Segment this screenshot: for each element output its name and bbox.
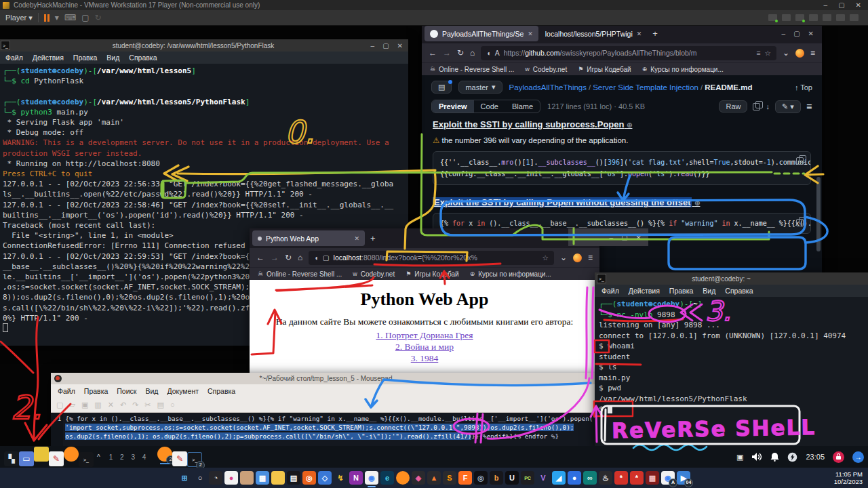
new-tab-button[interactable]: + [366,233,380,243]
bookmark-codeby[interactable]: wCodeby.net [353,270,395,278]
vm-clock[interactable]: 23:05 [806,453,825,461]
mousepad-editor[interactable]: 1 {% for x in ().__class__.__base__.__su… [51,413,601,446]
terminal2-titlebar[interactable]: >_ student@codeby: ~ [595,272,868,285]
menu-item[interactable]: ▥ [94,401,101,409]
menu-item[interactable]: Вид [145,387,158,395]
mousepad-running[interactable]: ✎ [172,451,187,466]
bookmark-games[interactable]: ⚑Игры Кодебай [406,270,459,278]
red-gear2-icon[interactable]: * [630,471,644,485]
menu-item[interactable]: Файл [601,287,619,295]
copy-code-icon[interactable] [796,157,804,165]
star-icon[interactable]: ☆ [542,253,549,262]
menu-item[interactable]: ▣ [81,401,88,409]
menu-item[interactable]: Действия [33,54,64,62]
host-close-button[interactable]: ✕ [856,1,861,9]
start-button[interactable]: ⊞ [178,471,191,485]
sublime-icon[interactable]: S [443,471,456,485]
firefox-running[interactable]: 2 [157,447,172,462]
window-close[interactable]: ✕ [397,42,403,49]
file-explorer-icon[interactable] [271,471,285,485]
shield-icon[interactable]: ◖ [486,49,490,57]
edge-icon[interactable]: e [380,471,394,485]
menu-item[interactable]: ▱ [69,401,75,409]
menu-icon[interactable]: ≡ [588,253,593,262]
firefox-account-icon[interactable] [573,253,582,262]
menu-item[interactable]: Правка [73,54,97,62]
back-icon[interactable]: ← [429,48,437,58]
stack-icon[interactable]: ▤ [287,471,300,485]
menu-item[interactable]: ○ [170,401,175,409]
network-device-icon[interactable] [795,14,804,21]
sidebar-toggle-button[interactable]: ▤ [431,81,452,94]
visual-studio-icon[interactable]: V [536,471,550,485]
window-maximize[interactable]: ▢ [382,42,389,49]
url-bar[interactable]: ◖ A https://github.com/swisskyrepo/Paylo… [481,46,776,60]
tab-close-icon[interactable]: ✕ [637,30,642,37]
speedometer-icon[interactable]: ◔ [209,471,222,485]
menu-item[interactable]: ▤ [157,401,164,409]
firefox-account-icon[interactable] [795,49,804,58]
tab-blame[interactable]: Blame [505,100,540,113]
pause-button[interactable] [44,14,50,22]
mousepad-icon[interactable]: ✎ [49,451,64,466]
panel-collapse-icon[interactable]: ^ [97,453,100,461]
bell-icon[interactable] [770,452,779,462]
menu-item[interactable]: Справка [208,387,235,395]
menu-item[interactable]: Правка [84,387,108,395]
printer-device-icon[interactable] [809,14,818,21]
pocket-icon[interactable]: ⌄ [783,48,789,58]
url-bar[interactable]: ◖ ▢ localhost:8080/index?book={%%20for%2… [309,251,554,265]
f-box-icon[interactable]: F [458,471,472,485]
breadcrumb-repo[interactable]: PayloadsAllTheThings [509,83,587,92]
unreal-icon[interactable]: U [505,471,519,485]
reload-icon[interactable]: ↻ [457,48,464,58]
menu-item[interactable]: Справка [725,287,753,295]
branch-button[interactable]: master ▾ [458,81,502,94]
dial-icon[interactable]: ◎ [302,471,316,485]
new-tab-button[interactable]: + [648,28,662,39]
bookmark-reverse-shell[interactable]: ☠Online - Reverse Shell ... [430,66,514,73]
snapshot-icon[interactable]: ↻ [94,13,101,22]
fullscreen-icon[interactable]: ▢ [81,13,89,22]
menu-item[interactable]: ✕ [108,401,114,409]
onenote-icon[interactable]: N [349,471,363,485]
virtualbox-icon[interactable]: ◇ [318,471,332,485]
terminal1-titlebar[interactable]: >_ student@codeby: /var/www/html/lesson5… [0,39,408,52]
camera-icon[interactable]: ◎ [474,471,488,485]
menu-item[interactable]: ↷ [132,401,138,409]
window-minimize[interactable]: – [610,234,614,241]
pin-icon[interactable]: ● [568,471,581,485]
edit-button[interactable]: ✎ ▾ [775,100,801,113]
home-icon[interactable]: ⌂ [298,253,302,262]
chrome-profile-icon[interactable]: ◉A [661,471,675,485]
menu-item[interactable]: Файл [58,387,75,395]
forward-icon[interactable]: → [271,253,279,262]
window-maximize[interactable]: ▢ [621,234,627,241]
volume-icon[interactable] [751,452,762,462]
ctrl-alt-del-icon[interactable]: ⌨ [64,13,76,22]
menu-item[interactable]: ↶ [120,401,126,409]
book-link-dorian-gray[interactable]: 1. Портрет Дориана Грея [250,330,599,341]
folder-icon[interactable] [34,447,49,462]
usb-device-icon[interactable] [836,14,845,21]
bookmark-courses[interactable]: ⊕Курсы по информаци... [470,270,551,278]
cd-device-icon[interactable] [782,14,791,21]
show-windows-icon[interactable]: ▣ [736,453,743,462]
scrollbar-thumb[interactable] [816,177,821,251]
red-gear-icon[interactable]: * [614,471,628,485]
tab-preview[interactable]: Preview [432,100,474,113]
reader-icon[interactable]: ≡ [756,49,760,57]
host-minimize-button[interactable]: – [824,1,828,9]
top-link[interactable]: ↑ Top [795,83,812,92]
terminal-icon[interactable]: >_ [79,452,94,467]
book-link-war-and-peace[interactable]: 2. Война и мир [250,342,599,352]
terminal-running[interactable]: >_2 [187,452,202,467]
tab-payloadsallthethings[interactable]: PayloadsAllTheThings/Se ✕ [425,26,538,41]
reload-icon[interactable]: ↻ [285,253,292,262]
star-icon[interactable]: ☆ [765,49,771,57]
tab-code[interactable]: Code [474,100,505,113]
carrot-icon[interactable]: ▲ [427,471,441,485]
vscode-icon[interactable]: ◢ [552,471,566,485]
back-icon[interactable]: ← [256,253,264,262]
tab-localhost-phptwig[interactable]: localhost/lesson5/PHPTwigi ✕ [540,26,648,41]
